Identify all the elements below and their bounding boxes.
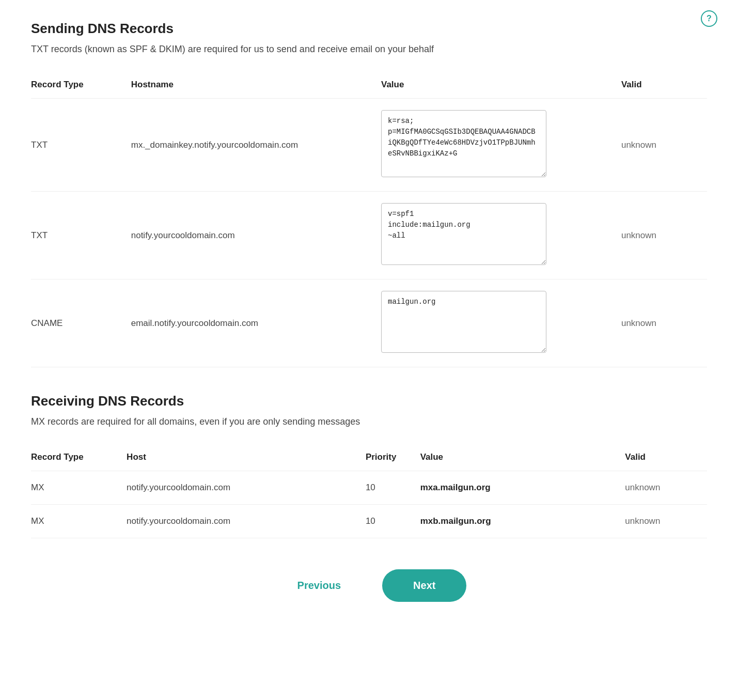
sending-row-2-type: TXT bbox=[31, 192, 131, 279]
sending-col-valid: Valid bbox=[621, 73, 707, 99]
receiving-col-value: Value bbox=[420, 446, 625, 471]
receiving-section-desc: MX records are required for all domains,… bbox=[31, 416, 707, 427]
receiving-row-1-type: MX bbox=[31, 471, 127, 505]
sending-row-1-value-textarea[interactable]: k=rsa; p=MIGfMA0GCSqGSIb3DQEBAQUAA4GNADC… bbox=[381, 110, 546, 177]
sending-row-2-hostname: notify.yourcooldomain.com bbox=[131, 192, 381, 279]
sending-dns-table: Record Type Hostname Value Valid TXT mx.… bbox=[31, 73, 707, 367]
receiving-row-1-value: mxa.mailgun.org bbox=[420, 471, 625, 505]
receiving-row-1: MX notify.yourcooldomain.com 10 mxa.mail… bbox=[31, 471, 707, 505]
receiving-row-2-host: notify.yourcooldomain.com bbox=[127, 505, 366, 538]
sending-row-2-value-textarea[interactable]: v=spf1 include:mailgun.org ~all bbox=[381, 203, 546, 265]
receiving-col-record-type: Record Type bbox=[31, 446, 127, 471]
receiving-row-2-priority: 10 bbox=[366, 505, 420, 538]
sending-section-desc: TXT records (known as SPF & DKIM) are re… bbox=[31, 44, 707, 55]
receiving-row-1-valid: unknown bbox=[625, 471, 707, 505]
sending-row-3-valid: unknown bbox=[621, 279, 707, 367]
sending-row-3-value-textarea[interactable]: mailgun.org bbox=[381, 291, 546, 353]
button-row: Previous Next bbox=[31, 569, 707, 602]
sending-row-3-type: CNAME bbox=[31, 279, 131, 367]
sending-row-2-value: v=spf1 include:mailgun.org ~all bbox=[381, 192, 621, 279]
sending-row-2: TXT notify.yourcooldomain.com v=spf1 inc… bbox=[31, 192, 707, 279]
receiving-row-1-priority: 10 bbox=[366, 471, 420, 505]
sending-row-3-value: mailgun.org bbox=[381, 279, 621, 367]
previous-button[interactable]: Previous bbox=[272, 569, 367, 602]
sending-row-3-hostname: email.notify.yourcooldomain.com bbox=[131, 279, 381, 367]
sending-row-1-hostname: mx._domainkey.notify.yourcooldomain.com bbox=[131, 99, 381, 192]
sending-dns-section: Sending DNS Records TXT records (known a… bbox=[31, 21, 707, 367]
receiving-row-2: MX notify.yourcooldomain.com 10 mxb.mail… bbox=[31, 505, 707, 538]
help-icon[interactable]: ? bbox=[701, 10, 717, 27]
sending-row-1-value: k=rsa; p=MIGfMA0GCSqGSIb3DQEBAQUAA4GNADC… bbox=[381, 99, 621, 192]
sending-col-record-type: Record Type bbox=[31, 73, 131, 99]
receiving-row-1-host: notify.yourcooldomain.com bbox=[127, 471, 366, 505]
receiving-row-2-type: MX bbox=[31, 505, 127, 538]
sending-row-3: CNAME email.notify.yourcooldomain.com ma… bbox=[31, 279, 707, 367]
receiving-row-2-valid: unknown bbox=[625, 505, 707, 538]
sending-col-hostname: Hostname bbox=[131, 73, 381, 99]
receiving-section-title: Receiving DNS Records bbox=[31, 393, 707, 409]
receiving-dns-table: Record Type Host Priority Value Valid MX… bbox=[31, 446, 707, 538]
receiving-dns-section: Receiving DNS Records MX records are req… bbox=[31, 393, 707, 538]
receiving-col-valid: Valid bbox=[625, 446, 707, 471]
sending-row-2-valid: unknown bbox=[621, 192, 707, 279]
sending-row-1: TXT mx._domainkey.notify.yourcooldomain.… bbox=[31, 99, 707, 192]
sending-row-1-type: TXT bbox=[31, 99, 131, 192]
sending-section-title: Sending DNS Records bbox=[31, 21, 707, 37]
receiving-col-priority: Priority bbox=[366, 446, 420, 471]
next-button[interactable]: Next bbox=[382, 569, 466, 602]
receiving-col-host: Host bbox=[127, 446, 366, 471]
sending-col-value: Value bbox=[381, 73, 621, 99]
receiving-row-2-value: mxb.mailgun.org bbox=[420, 505, 625, 538]
sending-row-1-valid: unknown bbox=[621, 99, 707, 192]
